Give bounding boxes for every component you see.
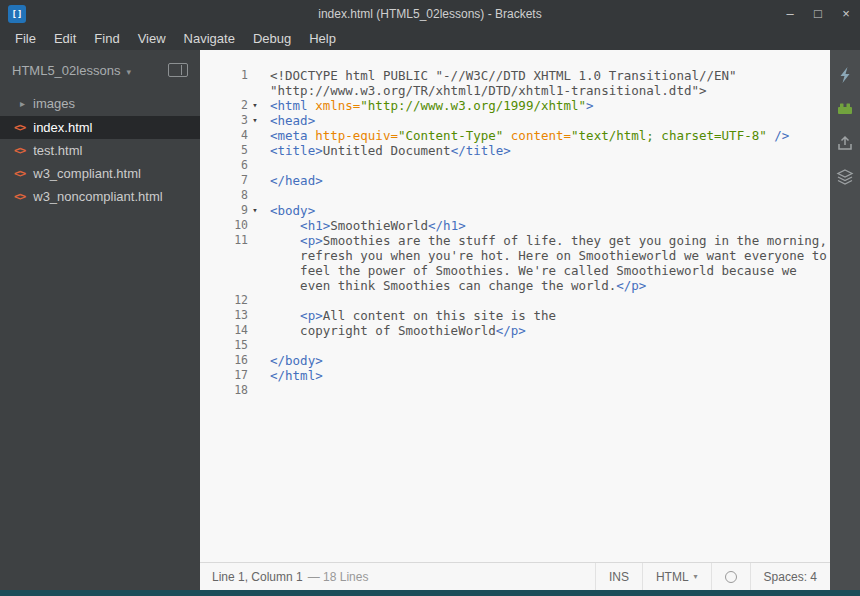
extension-manager-icon bbox=[835, 99, 855, 119]
menu-item-debug[interactable]: Debug bbox=[244, 28, 300, 50]
fold-gutter bbox=[248, 338, 262, 353]
menu-item-edit[interactable]: Edit bbox=[45, 28, 85, 50]
file-label: test.html bbox=[33, 143, 82, 158]
file-item-test-html[interactable]: <>test.html bbox=[0, 139, 200, 162]
code-row[interactable]: 3▾<head> bbox=[200, 113, 830, 128]
maximize-button[interactable]: □ bbox=[804, 0, 832, 28]
fold-gutter bbox=[248, 293, 262, 308]
upload-button[interactable] bbox=[834, 132, 856, 154]
line-number bbox=[200, 263, 248, 278]
fold-gutter bbox=[248, 278, 262, 293]
code-row[interactable]: 15 bbox=[200, 338, 830, 353]
code-text: even think Smoothies can change the worl… bbox=[262, 278, 646, 293]
code-row[interactable]: 4<meta http-equiv="Content-Type" content… bbox=[200, 128, 830, 143]
code-text: <h1>SmoothieWorld</h1> bbox=[262, 218, 466, 233]
main-area: HTML5_02lessons▾ ▸ images <>index.html<>… bbox=[0, 50, 860, 590]
close-button[interactable]: × bbox=[832, 0, 860, 28]
menu-item-view[interactable]: View bbox=[129, 28, 175, 50]
fold-gutter bbox=[248, 68, 262, 83]
project-switcher[interactable]: HTML5_02lessons▾ bbox=[12, 63, 131, 78]
file-label: w3_noncompliant.html bbox=[33, 189, 162, 204]
lint-status-icon bbox=[725, 571, 737, 583]
code-row[interactable]: 18 bbox=[200, 383, 830, 398]
code-row[interactable]: 17</html> bbox=[200, 368, 830, 383]
code-text: <!DOCTYPE html PUBLIC "-//W3C//DTD XHTML… bbox=[262, 68, 737, 83]
code-text bbox=[262, 293, 270, 308]
folder-item-images[interactable]: ▸ images bbox=[0, 90, 200, 116]
line-number: 17 bbox=[200, 368, 248, 383]
menu-item-navigate[interactable]: Navigate bbox=[175, 28, 244, 50]
html-file-icon: <> bbox=[14, 144, 25, 157]
fold-gutter bbox=[248, 173, 262, 188]
code-row[interactable]: 13 <p>All content on this site is the bbox=[200, 308, 830, 323]
file-item-w3_compliant-html[interactable]: <>w3_compliant.html bbox=[0, 162, 200, 185]
lint-status[interactable] bbox=[711, 563, 750, 590]
code-row[interactable]: 10 <h1>SmoothieWorld</h1> bbox=[200, 218, 830, 233]
cursor-position: Line 1, Column 1 bbox=[212, 570, 303, 584]
code-text: <p>Smoothies are the stuff of life. they… bbox=[262, 233, 827, 248]
code-row[interactable]: "http://www.w3.org/TR/xhtml1/DTD/xhtml1-… bbox=[200, 83, 830, 98]
code-row[interactable]: 12 bbox=[200, 293, 830, 308]
indent-setting[interactable]: Spaces: 4 bbox=[750, 563, 830, 590]
line-number: 3 bbox=[200, 113, 248, 128]
code-row[interactable]: even think Smoothies can change the worl… bbox=[200, 278, 830, 293]
menu-item-file[interactable]: File bbox=[6, 28, 45, 50]
code-row[interactable]: 6 bbox=[200, 158, 830, 173]
code-row[interactable]: feel the power of Smoothies. We're calle… bbox=[200, 263, 830, 278]
line-number: 2 bbox=[200, 98, 248, 113]
code-text bbox=[262, 188, 270, 203]
editor-column: 1<!DOCTYPE html PUBLIC "-//W3C//DTD XHTM… bbox=[200, 50, 830, 590]
code-row[interactable]: 9▾<body> bbox=[200, 203, 830, 218]
file-list: <>index.html<>test.html<>w3_compliant.ht… bbox=[0, 116, 200, 208]
code-text: </html> bbox=[262, 368, 323, 383]
title-bar: [] index.html (HTML5_02lessons) - Bracke… bbox=[0, 0, 860, 28]
window-controls: – □ × bbox=[776, 0, 860, 28]
menu-item-help[interactable]: Help bbox=[300, 28, 345, 50]
code-text: refresh you when you're hot. Here on Smo… bbox=[262, 248, 827, 263]
file-item-w3_noncompliant-html[interactable]: <>w3_noncompliant.html bbox=[0, 185, 200, 208]
fold-gutter bbox=[248, 308, 262, 323]
code-text: feel the power of Smoothies. We're calle… bbox=[262, 263, 797, 278]
code-row[interactable]: refresh you when you're hot. Here on Smo… bbox=[200, 248, 830, 263]
insert-mode-toggle[interactable]: INS bbox=[595, 563, 642, 590]
fold-gutter bbox=[248, 188, 262, 203]
fold-gutter bbox=[248, 248, 262, 263]
chevron-right-icon: ▸ bbox=[20, 98, 25, 109]
live-preview-button[interactable] bbox=[834, 64, 856, 86]
fold-gutter bbox=[248, 233, 262, 248]
code-text: <html xmlns="http://www.w3.org/1999/xhtm… bbox=[262, 98, 594, 113]
code-row[interactable]: 5<title>Untitled Document</title> bbox=[200, 143, 830, 158]
minimize-button[interactable]: – bbox=[776, 0, 804, 28]
language-selector[interactable]: HTML ▾ bbox=[642, 563, 711, 590]
brackets-logo-icon[interactable]: [] bbox=[8, 5, 26, 23]
menu-bar: FileEditFindViewNavigateDebugHelp bbox=[0, 28, 860, 50]
project-header: HTML5_02lessons▾ bbox=[0, 50, 200, 90]
code-row[interactable]: 1<!DOCTYPE html PUBLIC "-//W3C//DTD XHTM… bbox=[200, 68, 830, 83]
code-row[interactable]: 16</body> bbox=[200, 353, 830, 368]
fold-arrow-icon[interactable]: ▾ bbox=[248, 113, 262, 128]
code-text: </body> bbox=[262, 353, 323, 368]
code-row[interactable]: 8 bbox=[200, 188, 830, 203]
layers-button[interactable] bbox=[834, 166, 856, 188]
line-number: 7 bbox=[200, 173, 248, 188]
upload-icon bbox=[835, 133, 855, 153]
code-text: <title>Untitled Document</title> bbox=[262, 143, 511, 158]
split-view-button[interactable] bbox=[168, 63, 188, 77]
code-lines: 1<!DOCTYPE html PUBLIC "-//W3C//DTD XHTM… bbox=[200, 68, 830, 398]
code-row[interactable]: 2▾<html xmlns="http://www.w3.org/1999/xh… bbox=[200, 98, 830, 113]
line-number: 8 bbox=[200, 188, 248, 203]
fold-arrow-icon[interactable]: ▾ bbox=[248, 203, 262, 218]
code-editor[interactable]: 1<!DOCTYPE html PUBLIC "-//W3C//DTD XHTM… bbox=[200, 50, 830, 562]
menu-item-find[interactable]: Find bbox=[85, 28, 128, 50]
extension-manager-button[interactable] bbox=[834, 98, 856, 120]
file-item-index-html[interactable]: <>index.html bbox=[0, 116, 200, 139]
line-number: 15 bbox=[200, 338, 248, 353]
code-row[interactable]: 7</head> bbox=[200, 173, 830, 188]
line-number: 14 bbox=[200, 323, 248, 338]
code-text: </head> bbox=[262, 173, 323, 188]
fold-arrow-icon[interactable]: ▾ bbox=[248, 98, 262, 113]
code-text bbox=[262, 158, 270, 173]
line-count: — 18 Lines bbox=[308, 570, 369, 584]
code-row[interactable]: 11 <p>Smoothies are the stuff of life. t… bbox=[200, 233, 830, 248]
code-row[interactable]: 14 copyright of SmoothieWorld</p> bbox=[200, 323, 830, 338]
